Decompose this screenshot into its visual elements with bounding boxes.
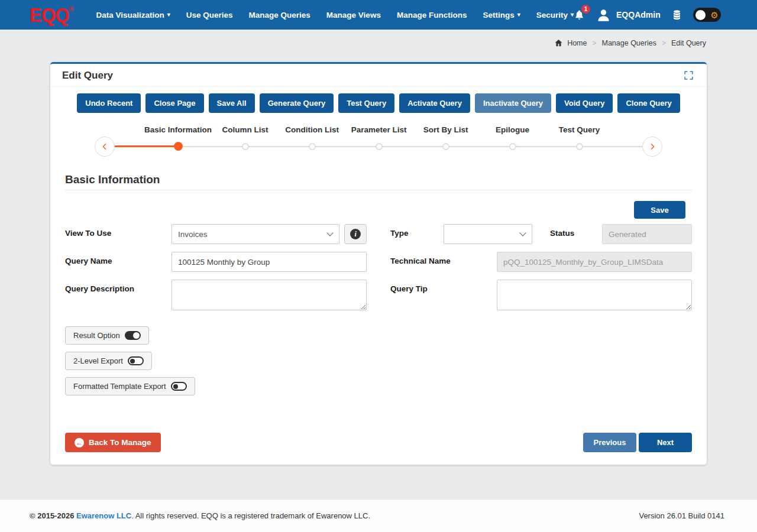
step-dot <box>376 143 383 150</box>
username-label: EQQAdmin <box>616 10 661 20</box>
undo-recent-button[interactable]: Undo Recent <box>77 93 141 113</box>
clone-query-button[interactable]: Clone Query <box>617 93 680 113</box>
home-icon[interactable] <box>554 38 563 47</box>
result-option-toggle[interactable]: Result Option <box>65 326 149 345</box>
query-actions-toolbar: Undo Recent Close Page Save All Generate… <box>50 87 707 121</box>
view-to-use-label: View To Use <box>65 224 172 238</box>
two-level-export-toggle[interactable]: 2-Level Export <box>65 352 152 370</box>
query-tip-label: Query Tip <box>390 280 497 293</box>
chevron-right-icon <box>648 142 656 151</box>
company-link[interactable]: Ewarenow LLC <box>76 511 131 520</box>
gear-icon: ⚙ <box>710 11 718 20</box>
section-title: Basic Information <box>65 173 692 190</box>
test-query-button[interactable]: Test Query <box>338 93 394 113</box>
nav-item-security[interactable]: Security▾ <box>536 11 574 20</box>
toggle-off-icon <box>128 356 144 365</box>
view-info-button[interactable]: i <box>344 224 367 244</box>
previous-button[interactable]: Previous <box>583 433 636 452</box>
save-button[interactable]: Save <box>634 201 685 219</box>
query-description-textarea[interactable] <box>172 280 367 310</box>
wizard-step-column-list[interactable]: Column List <box>212 125 279 151</box>
nav-item-manage-functions[interactable]: Manage Functions <box>397 11 467 20</box>
technical-name-label: Technical Name <box>390 252 497 265</box>
breadcrumb-separator: > <box>662 39 666 47</box>
page-title: Edit Query <box>62 70 113 82</box>
info-icon: i <box>350 229 361 239</box>
nav-item-use-queries[interactable]: Use Queries <box>186 11 233 20</box>
breadcrumb-manage-queries[interactable]: Manage Queries <box>602 39 656 47</box>
breadcrumb-home[interactable]: Home <box>567 39 587 47</box>
generate-query-button[interactable]: Generate Query <box>260 93 334 113</box>
chevron-left-icon <box>101 142 109 151</box>
query-tip-textarea[interactable] <box>497 280 692 310</box>
wizard-track: Basic Information Column List Condition … <box>115 125 642 157</box>
status-field <box>602 224 692 244</box>
close-page-button[interactable]: Close Page <box>145 93 203 113</box>
type-select[interactable] <box>444 224 532 244</box>
user-avatar-icon <box>596 7 612 23</box>
query-name-input[interactable] <box>172 252 367 272</box>
copyright-text: © 2015-2026 Ewarenow LLC. All rights res… <box>30 511 370 520</box>
chevron-down-icon: ▾ <box>517 12 520 18</box>
status-label: Status <box>550 224 602 238</box>
toggle-on-icon <box>125 331 141 340</box>
chevron-down-icon: ▾ <box>167 12 170 18</box>
toggle-knob <box>695 10 706 20</box>
form-row: Query Name Technical Name <box>65 252 692 272</box>
notifications-bell-icon[interactable]: 1 <box>574 9 585 21</box>
arrow-left-circle-icon: ← <box>75 438 84 447</box>
page-footer: © 2015-2026 Ewarenow LLC. All rights res… <box>0 499 757 532</box>
wizard-step-test-query[interactable]: Test Query <box>546 125 613 151</box>
inactivate-query-button[interactable]: Inactivate Query <box>475 93 551 113</box>
step-dot <box>509 143 516 150</box>
wizard-previous-button[interactable] <box>95 137 115 157</box>
export-toggles: Result Option 2-Level Export Formatted T… <box>65 326 692 395</box>
edit-query-card: Edit Query Undo Recent Close Page Save A… <box>50 62 707 465</box>
void-query-button[interactable]: Void Query <box>556 93 613 113</box>
theme-toggle[interactable]: ⚙ <box>693 8 721 22</box>
breadcrumb-current: Edit Query <box>671 39 706 47</box>
save-all-button[interactable]: Save All <box>209 93 255 113</box>
step-dot <box>242 143 249 150</box>
wizard-step-basic-information[interactable]: Basic Information <box>144 125 212 151</box>
top-navbar: EQQ® Data Visualization▾ Use Queries Man… <box>0 0 757 30</box>
version-text: Version 26.01 Build 0141 <box>639 511 724 520</box>
basic-information-form: Basic Information Save View To Use Invoi… <box>50 173 707 465</box>
technical-name-field <box>497 252 692 272</box>
step-dot <box>442 143 449 150</box>
app-logo[interactable]: EQQ® <box>30 5 73 25</box>
step-dot <box>309 143 316 150</box>
nav-item-manage-views[interactable]: Manage Views <box>326 11 381 20</box>
database-icon[interactable] <box>671 9 682 21</box>
nav-item-data-visualization[interactable]: Data Visualization▾ <box>96 11 170 20</box>
type-label: Type <box>390 224 444 238</box>
notification-badge: 1 <box>581 5 590 14</box>
expand-fullscreen-button[interactable] <box>682 69 695 82</box>
breadcrumb: Home > Manage Queries > Edit Query <box>0 30 757 56</box>
wizard-step-parameter-list[interactable]: Parameter List <box>345 125 412 151</box>
expand-icon <box>684 70 694 80</box>
navbar-right-cluster: 1 EQQAdmin ⚙ <box>574 7 721 23</box>
query-description-label: Query Description <box>65 280 172 293</box>
wizard-step-epilogue[interactable]: Epilogue <box>479 125 546 151</box>
toggle-off-icon <box>171 382 187 391</box>
step-wizard: Basic Information Column List Condition … <box>50 121 707 157</box>
step-dot <box>576 143 583 150</box>
registered-mark: ® <box>69 5 73 13</box>
next-button[interactable]: Next <box>639 433 692 452</box>
query-name-label: Query Name <box>65 252 172 265</box>
nav-item-manage-queries[interactable]: Manage Queries <box>249 11 310 20</box>
wizard-step-sort-by-list[interactable]: Sort By List <box>412 125 479 151</box>
user-menu[interactable]: EQQAdmin <box>596 7 661 23</box>
activate-query-button[interactable]: Activate Query <box>399 93 470 113</box>
view-to-use-select[interactable]: Invoices <box>172 224 339 244</box>
card-header: Edit Query <box>50 64 707 87</box>
section-divider <box>65 190 692 190</box>
back-to-manage-button[interactable]: ← Back To Manage <box>65 433 161 452</box>
wizard-next-button[interactable] <box>642 137 662 157</box>
nav-item-settings[interactable]: Settings▾ <box>483 11 520 20</box>
form-row: View To Use Invoices i Type Status <box>65 224 692 244</box>
step-dot-active <box>174 142 183 151</box>
formatted-template-export-toggle[interactable]: Formatted Template Export <box>65 377 195 395</box>
wizard-step-condition-list[interactable]: Condition List <box>279 125 345 151</box>
